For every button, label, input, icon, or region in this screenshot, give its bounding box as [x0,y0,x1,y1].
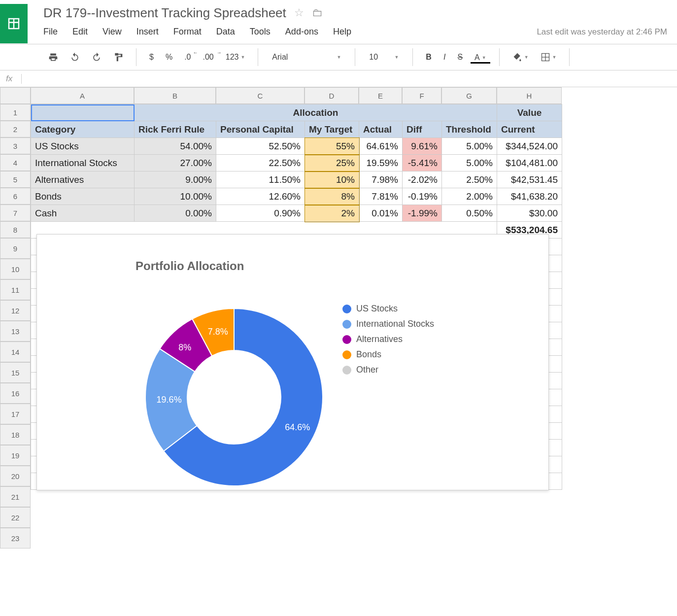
row-header[interactable]: 8 [0,221,31,238]
bold-button[interactable]: B [422,51,436,64]
row-header[interactable]: 2 [0,121,31,137]
cell[interactable]: 5.00% [442,138,497,155]
menu-data[interactable]: Data [216,27,235,37]
font-dropdown[interactable]: Arial▼ [267,50,346,65]
row-header[interactable]: 16 [0,383,31,404]
col-header[interactable]: A [31,87,134,104]
allocation-header[interactable]: Allocation [135,104,497,121]
actual-header[interactable]: Actual [359,121,403,138]
row-header[interactable]: 20 [0,466,31,486]
italic-button[interactable]: I [440,51,449,64]
percent-format-button[interactable]: % [162,51,176,64]
value-header[interactable]: Value [497,104,562,121]
row-header[interactable]: 14 [0,342,31,362]
sheets-logo[interactable] [0,4,28,43]
row-header[interactable]: 21 [0,486,31,507]
category-cell[interactable]: International Stocks [31,155,135,171]
cell[interactable]: 0.50% [442,205,497,222]
target-cell[interactable]: 10% [305,171,359,188]
redo-icon[interactable] [88,50,105,64]
row-header[interactable]: 15 [0,362,31,383]
row-header[interactable]: 5 [0,171,31,188]
row-header[interactable]: 22 [0,507,31,528]
print-icon[interactable] [44,50,62,64]
pc-header[interactable]: Personal Capital [216,121,305,138]
diff-cell[interactable]: -0.19% [403,188,442,205]
menu-help[interactable]: Help [333,27,351,37]
cell[interactable]: 5.00% [442,155,497,171]
row-header[interactable]: 4 [0,154,31,171]
cell[interactable]: $344,524.00 [497,138,562,155]
row-header[interactable]: 10 [0,259,31,279]
col-header[interactable]: E [359,87,402,104]
diff-cell[interactable]: -1.99% [403,205,442,222]
number-format-dropdown[interactable]: 123 ▼ [222,51,249,64]
col-header[interactable]: D [305,87,359,104]
rick-header[interactable]: Rick Ferri Rule [135,121,216,138]
folder-icon[interactable]: 🗀 [312,6,323,19]
menu-edit[interactable]: Edit [72,27,88,37]
font-size-dropdown[interactable]: 10▼ [364,50,404,65]
cell[interactable]: 7.81% [359,188,403,205]
row-header[interactable]: 23 [0,528,31,548]
undo-icon[interactable] [66,50,84,64]
col-header[interactable]: G [441,87,497,104]
category-cell[interactable]: Bonds [31,188,135,205]
target-header[interactable]: My Target [305,121,359,138]
cell[interactable]: 9.00% [135,171,216,188]
row-header[interactable]: 11 [0,279,31,300]
diff-cell[interactable]: 9.61% [403,138,442,155]
row-header[interactable]: 1 [0,104,31,121]
cell[interactable]: 2.00% [442,188,497,205]
text-color-button[interactable]: A ▼ [471,51,490,64]
cell[interactable]: 0.00% [135,205,216,222]
menu-addons[interactable]: Add-ons [285,27,318,37]
col-header[interactable]: B [134,87,216,104]
cell[interactable]: 11.50% [216,171,305,188]
category-cell[interactable]: Alternatives [31,171,135,188]
col-header[interactable]: H [497,87,562,104]
target-cell[interactable]: 55% [305,138,359,155]
diff-cell[interactable]: -2.02% [403,171,442,188]
cell[interactable]: 19.59% [359,155,403,171]
document-title[interactable]: DR 179--Investment Tracking Spreadsheet [43,5,286,21]
menu-format[interactable]: Format [173,27,202,37]
cell[interactable]: 0.90% [216,205,305,222]
menu-insert[interactable]: Insert [136,27,159,37]
col-header[interactable]: C [216,87,305,104]
menu-tools[interactable]: Tools [250,27,271,37]
strikethrough-button[interactable]: S [453,51,467,64]
cell[interactable]: 7.98% [359,171,403,188]
formula-input[interactable] [22,70,671,87]
cell[interactable]: 10.00% [135,188,216,205]
cell[interactable]: 22.50% [216,155,305,171]
menu-file[interactable]: File [43,27,58,37]
target-cell[interactable]: 8% [305,188,359,205]
row-header[interactable]: 6 [0,188,31,205]
fill-color-button[interactable]: ▼ [508,50,533,64]
cell[interactable]: $42,531.45 [497,171,562,188]
increase-decimal-button[interactable]: .00→ [199,51,217,64]
row-header[interactable]: 7 [0,205,31,221]
category-cell[interactable]: US Stocks [31,138,135,155]
threshold-header[interactable]: Threshold [442,121,497,138]
diff-header[interactable]: Diff [403,121,442,138]
diff-cell[interactable]: -5.41% [403,155,442,171]
star-icon[interactable]: ☆ [294,6,304,19]
row-header[interactable]: 12 [0,300,31,321]
row-header[interactable]: 17 [0,404,31,424]
cell[interactable]: 54.00% [135,138,216,155]
row-header[interactable]: 19 [0,445,31,466]
select-all-cell[interactable] [0,87,31,104]
cell[interactable]: 12.60% [216,188,305,205]
decrease-decimal-button[interactable]: .0← [180,51,195,64]
currency-format-button[interactable]: $ [145,51,158,64]
target-cell[interactable]: 25% [305,155,359,171]
col-header[interactable]: F [402,87,441,104]
row-header[interactable]: 13 [0,321,31,342]
cell[interactable]: 52.50% [216,138,305,155]
paint-format-icon[interactable] [109,50,127,64]
row-header[interactable]: 18 [0,424,31,445]
menu-view[interactable]: View [102,27,122,37]
current-header[interactable]: Current [497,121,562,138]
